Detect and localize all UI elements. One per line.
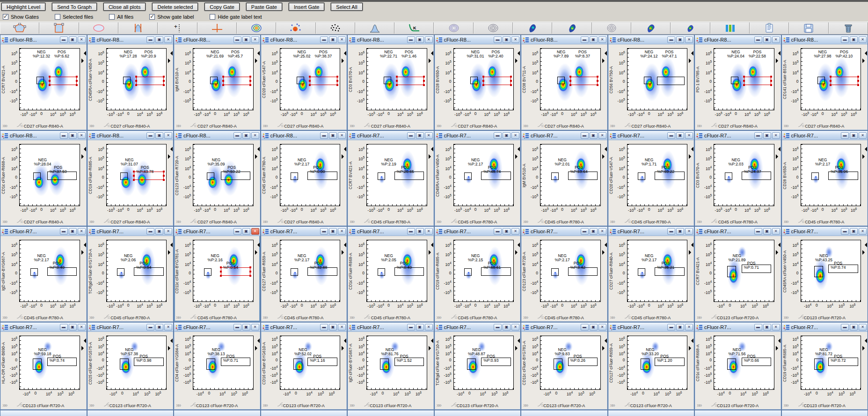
window-titlebar[interactable]: cFluor-R8...▬▣✕: [261, 35, 347, 44]
plot-window-r4c3[interactable]: cFluor-R7...▬▣✕CD4 cFluor-YG584-A1061051…: [174, 322, 261, 410]
close-button[interactable]: ✕: [251, 324, 259, 330]
neg-gate[interactable]: [725, 172, 732, 180]
minimize-button[interactable]: ▬: [233, 132, 241, 139]
close-button[interactable]: ✕: [685, 228, 693, 235]
gate-handle[interactable]: [770, 84, 772, 86]
expand-chevrons-icon[interactable]: »»: [89, 122, 93, 129]
neg-gate[interactable]: [297, 77, 304, 84]
gate-handle[interactable]: [76, 84, 78, 86]
gate-handle[interactable]: [309, 80, 311, 82]
plot-window-r1c10[interactable]: cFluor-R8...▬▣✕CD141 cFluor-B515-A106105…: [781, 35, 868, 130]
close-button[interactable]: ✕: [772, 132, 780, 139]
plot-window-r2c3[interactable]: cFluor-R8...▬▣✕CD123 cFluor-R720-A106105…: [174, 130, 261, 226]
plot-window-r2c6[interactable]: cFluor-R7...▬▣✕CD45RA cFluor-V450-A10610…: [434, 130, 521, 226]
gate-handle[interactable]: [830, 80, 832, 82]
gate-handle[interactable]: [743, 80, 745, 82]
column-plot-icon[interactable]: [710, 22, 750, 34]
neg-gate[interactable]: [120, 359, 129, 370]
expand-chevrons-icon[interactable]: »»: [263, 402, 267, 409]
restore-button[interactable]: ▣: [676, 132, 684, 139]
scroll-right-arrow-icon[interactable]: [515, 346, 520, 351]
window-titlebar[interactable]: cFluor-R7...▬▣✕: [348, 323, 434, 332]
neg-gate[interactable]: [551, 172, 559, 180]
window-titlebar[interactable]: cFluor-R8...▬▣✕: [435, 35, 521, 44]
window-titlebar[interactable]: cFluor-R7...▬▣✕: [88, 323, 174, 332]
gate-handle[interactable]: [423, 84, 425, 86]
close-button[interactable]: ✕: [598, 228, 606, 235]
expand-chevrons-icon[interactable]: »»: [697, 122, 700, 129]
density-plot-color-icon[interactable]: [631, 22, 671, 34]
restore-button[interactable]: ▣: [416, 324, 424, 330]
gate-handle[interactable]: [135, 76, 137, 78]
restore-button[interactable]: ▣: [155, 132, 163, 139]
minimize-button[interactable]: ▬: [146, 228, 154, 235]
pos-gate[interactable]: [570, 77, 598, 85]
plot-window-r2c1[interactable]: cFluor-R8...▬▣✕CD1c cFluor-R668-A1061051…: [0, 130, 87, 226]
close-button[interactable]: ✕: [425, 132, 433, 139]
window-titlebar[interactable]: cFluor-R7...▬▣✕: [261, 227, 347, 236]
checkbox-box[interactable]: [149, 14, 155, 20]
gate-handle[interactable]: [423, 76, 425, 78]
minimize-button[interactable]: ▬: [667, 36, 675, 43]
close-button[interactable]: ✕: [511, 36, 519, 43]
scroll-left-arrow-icon[interactable]: [689, 338, 693, 343]
neg-gate[interactable]: [120, 172, 128, 180]
scroll-right-arrow-icon[interactable]: [429, 58, 433, 63]
gate-handle[interactable]: [133, 179, 135, 181]
gate-handle[interactable]: [482, 80, 484, 82]
expand-chevrons-icon[interactable]: »»: [610, 314, 614, 321]
minimize-button[interactable]: ▬: [407, 324, 415, 330]
plot-window-r1c4[interactable]: cFluor-R8...▬▣✕CD20 cFluor-V547-A1061051…: [261, 35, 348, 130]
gate-handle[interactable]: [396, 76, 398, 78]
neg-gate[interactable]: [204, 268, 212, 276]
scroll-left-arrow-icon[interactable]: [255, 243, 260, 247]
gate-handle[interactable]: [743, 76, 745, 78]
scroll-right-arrow-icon[interactable]: [255, 58, 260, 63]
scroll-right-arrow-icon[interactable]: [602, 346, 607, 351]
window-titlebar[interactable]: cFluor-R8...▬▣✕: [174, 131, 260, 140]
restore-button[interactable]: ▣: [850, 228, 858, 235]
toolbar-button-highlight-level[interactable]: Highlight Level: [1, 3, 45, 11]
plot-window-r1c6[interactable]: cFluor-R8...▬▣✕CD28 BV650-A1061051040-10…: [434, 35, 521, 130]
neg-gate[interactable]: [291, 268, 298, 276]
gate-handle[interactable]: [163, 179, 165, 181]
scroll-right-arrow-icon[interactable]: [429, 250, 433, 255]
density-dot-plot-icon[interactable]: [276, 22, 315, 34]
window-titlebar[interactable]: cFluor-R8...▬▣✕: [0, 131, 87, 140]
gate-handle[interactable]: [857, 76, 859, 78]
plot-window-r4c4[interactable]: cFluor-R7...▬▣✕CD16 cFluor-BYG610-A10610…: [261, 322, 348, 410]
gate-handle[interactable]: [49, 84, 51, 86]
gate-handle[interactable]: [163, 84, 165, 86]
gate-handle[interactable]: [770, 80, 772, 82]
scroll-right-arrow-icon[interactable]: [776, 58, 780, 63]
checkbox-show-gate-label[interactable]: Show gate label: [149, 14, 194, 20]
gate-handle[interactable]: [76, 76, 78, 78]
expand-chevrons-icon[interactable]: »»: [176, 402, 180, 409]
restore-button[interactable]: ▣: [763, 36, 771, 43]
toolbar-button-send-to-graph[interactable]: Send To Graph: [52, 3, 97, 11]
gate-handle[interactable]: [482, 84, 484, 86]
close-button[interactable]: ✕: [859, 132, 867, 139]
pos-gate[interactable]: [657, 77, 685, 85]
scroll-left-arrow-icon[interactable]: [168, 147, 173, 151]
gate-handle[interactable]: [222, 80, 224, 82]
restore-button[interactable]: ▣: [416, 228, 424, 235]
density-plot-teal-icon[interactable]: [552, 22, 591, 34]
scroll-left-arrow-icon[interactable]: [429, 147, 433, 151]
window-titlebar[interactable]: cFluor-R7...▬▣✕: [521, 323, 607, 332]
gate-handle[interactable]: [597, 84, 598, 86]
ellipse-gate-icon[interactable]: [79, 22, 118, 34]
neg-gate[interactable]: [210, 77, 218, 84]
rectangle-gate-icon[interactable]: [39, 22, 79, 34]
neg-gate[interactable]: [638, 268, 645, 276]
restore-button[interactable]: ▣: [763, 228, 771, 235]
density-plot-color-2-icon[interactable]: [671, 22, 710, 34]
scroll-left-arrow-icon[interactable]: [602, 243, 607, 247]
scroll-right-arrow-icon[interactable]: [168, 154, 173, 159]
minimize-button[interactable]: ▬: [60, 36, 68, 43]
close-button[interactable]: ✕: [425, 228, 433, 235]
expand-chevrons-icon[interactable]: »»: [697, 402, 700, 409]
plot-window-r1c7[interactable]: cFluor-R8...▬▣✕CD38 BV711-A1061051040-10…: [521, 35, 608, 130]
scroll-right-arrow-icon[interactable]: [689, 58, 693, 63]
plot-window-r3c6[interactable]: cFluor-R7...▬▣✕CD19 cFluor-R685-A1061051…: [434, 226, 521, 322]
